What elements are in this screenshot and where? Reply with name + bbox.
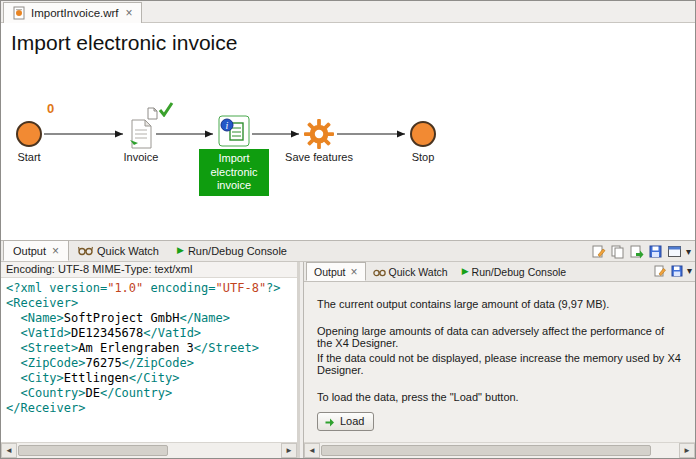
left-horizontal-scrollbar[interactable]: ◄ ► — [1, 442, 297, 458]
scroll-left-icon[interactable]: ◄ — [304, 443, 320, 458]
scroll-left-icon[interactable]: ◄ — [1, 443, 17, 458]
import-node-label-line: electronic — [199, 166, 269, 180]
run-icon: ▶ — [462, 267, 469, 276]
tab-output-secondary[interactable]: Output × — [306, 262, 366, 281]
start-counter-badge: 0 — [47, 101, 54, 116]
encoding-info: Encoding: UTF-8 MIME-Type: text/xml — [1, 262, 297, 278]
secondary-views-tab-bar: Output × Quick Watch ▶ Run/Debug Console — [304, 262, 695, 282]
tab-output-label: Output — [13, 245, 46, 257]
editor-tab-importinvoice[interactable]: ImportInvoice.wrf × — [3, 2, 142, 23]
notice-line: Opening large amounts of data can advers… — [317, 325, 682, 349]
close-icon[interactable]: × — [124, 7, 133, 19]
import-node[interactable]: Import electronic invoice — [199, 149, 269, 196]
xml-code-line: <?xml version="1.0" encoding="UTF-8"?> — [6, 281, 292, 296]
xml-output-view[interactable]: <?xml version="1.0" encoding="UTF-8"?><R… — [1, 278, 297, 442]
start-node-label: Start — [4, 151, 54, 163]
console-icon[interactable] — [667, 244, 682, 259]
xml-code-line: <Country>DE</Country> — [6, 386, 292, 401]
tab-quick-watch-secondary[interactable]: Quick Watch — [366, 262, 455, 281]
view-menu-icon[interactable]: ▾ — [687, 266, 692, 276]
editor-tab-bar: ImportInvoice.wrf × — [1, 1, 695, 23]
tab-quick-watch-secondary-label: Quick Watch — [389, 266, 448, 278]
tab-quick-watch-label: Quick Watch — [97, 245, 159, 257]
scroll-right-icon[interactable]: ► — [679, 443, 695, 458]
glasses-icon — [373, 267, 386, 277]
import-node-label-line: Import — [199, 152, 269, 166]
notice-line: The current output contains large amount… — [317, 298, 682, 310]
stop-node-label: Stop — [398, 151, 448, 163]
invoice-node-label: Invoice — [111, 151, 171, 163]
xml-code-line: <Receiver> — [6, 296, 292, 311]
copy-icon[interactable] — [610, 244, 625, 259]
tab-output-secondary-label: Output — [314, 266, 346, 278]
save-features-node[interactable] — [304, 119, 334, 149]
output-toolbar: ▾ — [591, 244, 691, 259]
xml-code-line: <ZipCode>76275</ZipCode> — [6, 356, 292, 371]
load-icon — [324, 416, 335, 427]
import-node-icon[interactable]: i — [218, 115, 250, 147]
output-message-pane: Output × Quick Watch ▶ Run/Debug Console — [303, 262, 695, 458]
tab-run-debug-console-label: Run/Debug Console — [188, 245, 287, 257]
edit-output-icon[interactable] — [591, 244, 606, 259]
load-button-label: Load — [340, 415, 364, 427]
xml-code-line: <City>Ettlingen</City> — [6, 371, 292, 386]
tab-output[interactable]: Output × — [3, 240, 69, 261]
scrollbar-thumb[interactable] — [18, 445, 168, 456]
workflow-canvas[interactable]: Import electronic invoice 0 Start — [1, 23, 695, 240]
import-node-label-line: invoice — [199, 179, 269, 193]
tab-run-debug-console-secondary-label: Run/Debug Console — [472, 266, 567, 278]
xml-code-line: </Receiver> — [6, 401, 292, 416]
load-button[interactable]: Load — [317, 412, 374, 431]
edit-output-icon[interactable] — [653, 264, 667, 278]
bottom-panel: Output × Quick Watch ▶ Run/Debug Console — [1, 240, 695, 458]
notice-line: To load the data, press the "Load" butto… — [317, 391, 682, 403]
tab-run-debug-console-secondary[interactable]: ▶ Run/Debug Console — [455, 262, 573, 281]
save-features-node-label: Save features — [274, 151, 364, 163]
tab-run-debug-console[interactable]: ▶ Run/Debug Console — [168, 240, 296, 261]
xml-code-line: <Street>Am Erlengraben 3</Street> — [6, 341, 292, 356]
stop-node[interactable] — [410, 121, 436, 147]
views-tab-bar: Output × Quick Watch ▶ Run/Debug Console — [1, 240, 695, 262]
checkmark-icon — [157, 101, 175, 117]
save-icon[interactable] — [648, 244, 663, 259]
close-icon[interactable]: × — [50, 245, 59, 257]
editor-tab-label: ImportInvoice.wrf — [31, 7, 119, 19]
close-icon[interactable]: × — [349, 266, 358, 278]
scrollbar-thumb[interactable] — [321, 445, 651, 456]
glasses-icon — [78, 245, 93, 256]
scroll-right-icon[interactable]: ► — [281, 443, 297, 458]
tab-quick-watch[interactable]: Quick Watch — [69, 240, 168, 261]
view-menu-icon[interactable]: ▾ — [686, 247, 691, 257]
x4-designer-window: ImportInvoice.wrf × Import electronic in… — [0, 0, 696, 459]
right-horizontal-scrollbar[interactable]: ◄ ► — [304, 442, 695, 458]
workflow-file-icon — [12, 6, 26, 20]
secondary-output-toolbar: ▾ — [653, 264, 692, 278]
invoice-node[interactable] — [128, 119, 154, 149]
svg-text:i: i — [226, 120, 229, 131]
xml-code-line: <Name>SoftProject GmbH</Name> — [6, 311, 292, 326]
start-node[interactable] — [16, 121, 42, 147]
run-icon: ▶ — [177, 246, 184, 255]
xml-code-line: <VatId>DE12345678</VatId> — [6, 326, 292, 341]
output-xml-pane: Encoding: UTF-8 MIME-Type: text/xml <?xm… — [1, 262, 300, 458]
large-output-notice: The current output contains large amount… — [304, 282, 695, 442]
save-icon[interactable] — [670, 264, 684, 278]
notice-line: If the data could not be displayed, plea… — [317, 352, 682, 376]
export-icon[interactable] — [629, 244, 644, 259]
